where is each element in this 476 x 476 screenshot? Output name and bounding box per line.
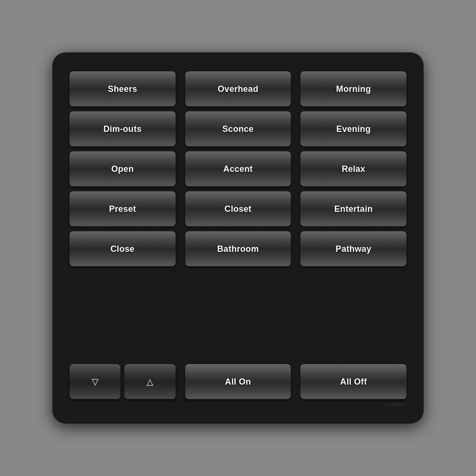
btn-close[interactable]: Close (69, 231, 176, 267)
btn-overhead[interactable]: Overhead (185, 71, 291, 107)
dim-down-icon: ▽ (92, 377, 99, 387)
all-on-button[interactable]: All On (185, 364, 291, 399)
btn-dimouts[interactable]: Dim-outs (69, 111, 176, 147)
control-panel: Sheers Dim-outs Open Preset Close Overhe… (52, 52, 424, 424)
button-grid: Sheers Dim-outs Open Preset Close Overhe… (69, 71, 407, 353)
brand-label: LUTRON (69, 402, 407, 407)
btn-preset[interactable]: Preset (69, 191, 176, 227)
dim-up-button[interactable]: △ (124, 364, 175, 399)
column-shades: Sheers Dim-outs Open Preset Close (69, 71, 176, 353)
btn-pathway[interactable]: Pathway (300, 231, 407, 267)
btn-morning[interactable]: Morning (300, 71, 407, 107)
all-off-button[interactable]: All Off (300, 364, 407, 399)
dim-up-icon: △ (147, 377, 153, 387)
btn-bathroom[interactable]: Bathroom (185, 231, 291, 267)
btn-accent[interactable]: Accent (185, 151, 291, 187)
column-scenes: Morning Evening Relax Entertain Pathway (300, 71, 407, 353)
dim-down-button[interactable]: ▽ (69, 364, 120, 399)
btn-sconce[interactable]: Sconce (185, 111, 291, 147)
btn-entertain[interactable]: Entertain (300, 191, 407, 227)
btn-open[interactable]: Open (69, 151, 176, 187)
dim-group: ▽ △ (69, 364, 176, 399)
btn-closet[interactable]: Closet (185, 191, 291, 227)
bottom-row: ▽ △ All On All Off (69, 364, 407, 399)
btn-relax[interactable]: Relax (300, 151, 407, 187)
btn-sheers[interactable]: Sheers (69, 71, 176, 107)
btn-evening[interactable]: Evening (300, 111, 407, 147)
column-lights: Overhead Sconce Accent Closet Bathroom (185, 71, 291, 353)
